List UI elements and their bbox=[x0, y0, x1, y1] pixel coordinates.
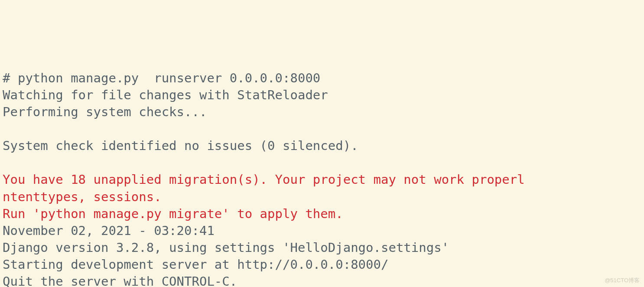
terminal-line: Django version 3.2.8, using settings 'He… bbox=[3, 240, 449, 255]
terminal-output[interactable]: # python manage.py runserver 0.0.0.0:800… bbox=[0, 68, 644, 287]
terminal-line: Performing system checks... bbox=[3, 104, 207, 119]
terminal-line: November 02, 2021 - 03:20:41 bbox=[3, 223, 215, 238]
terminal-line: System check identified no issues (0 sil… bbox=[3, 138, 358, 153]
terminal-line: Starting development server at http://0.… bbox=[3, 257, 388, 272]
terminal-line: Watching for file changes with StatReloa… bbox=[3, 88, 328, 102]
terminal-line: Quit the server with CONTROL-C. bbox=[3, 274, 237, 287]
terminal-line: You have 18 unapplied migration(s). Your… bbox=[3, 172, 525, 187]
terminal-line: Run 'python manage.py migrate' to apply … bbox=[3, 206, 343, 221]
terminal-line: ntenttypes, sessions. bbox=[3, 189, 162, 204]
watermark-text: @51CTO博客 bbox=[605, 277, 640, 284]
terminal-line: # python manage.py runserver 0.0.0.0:800… bbox=[3, 71, 320, 85]
